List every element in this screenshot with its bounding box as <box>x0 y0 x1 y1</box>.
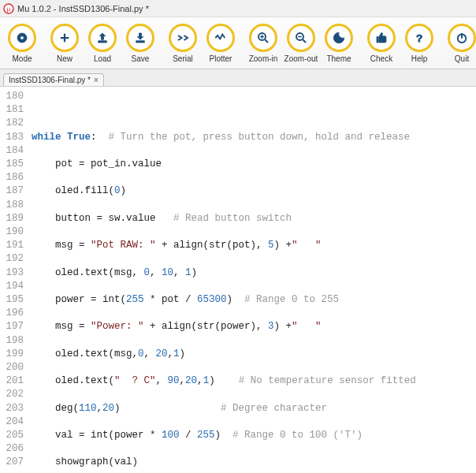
code-line: deg(110,20) # Degree character <box>32 402 476 415</box>
line-number: 189 <box>0 212 24 225</box>
code-line: oled.text(msg, 0, 10, 1) <box>32 266 476 280</box>
zoom-in-icon <box>256 31 270 45</box>
line-number: 190 <box>0 225 24 239</box>
line-number: 182 <box>0 117 24 130</box>
quit-button[interactable]: Quit <box>444 24 476 63</box>
line-number: 199 <box>0 348 24 361</box>
svg-point-3 <box>20 35 24 39</box>
line-number: 203 <box>0 402 24 415</box>
zoom-in-button[interactable]: Zoom-in <box>246 24 281 63</box>
file-tab[interactable]: InstSSD1306-Final.py * × <box>3 73 104 86</box>
power-icon <box>455 31 469 45</box>
load-button[interactable]: Load <box>85 24 120 63</box>
theme-icon <box>332 31 346 45</box>
code-line: showgraph(val) <box>32 456 476 469</box>
line-number: 186 <box>0 171 24 184</box>
download-icon <box>133 31 147 45</box>
upload-icon <box>95 31 110 45</box>
thumbs-up-icon <box>374 31 389 45</box>
theme-button[interactable]: Theme <box>322 24 356 63</box>
titlebar: μ Mu 1.0.2 - InstSSD1306-Final.py * <box>0 0 476 17</box>
code-line <box>32 103 476 117</box>
code-line: msg = "Power: " + align(str(power), 3) +… <box>32 320 476 333</box>
line-number: 205 <box>0 429 24 442</box>
plotter-icon <box>214 31 228 45</box>
zoom-out-button[interactable]: Zoom-out <box>284 24 318 63</box>
mode-icon <box>15 31 29 45</box>
close-icon[interactable]: × <box>94 76 99 84</box>
mu-app-icon: μ <box>3 3 14 14</box>
line-number-gutter: 1801811821831841851861871881891901911921… <box>0 87 28 473</box>
line-number: 197 <box>0 320 24 333</box>
code-line: msg = "Pot RAW: " + align(str(pot), 5) +… <box>32 239 476 252</box>
plus-icon <box>58 31 72 45</box>
line-number: 183 <box>0 131 24 144</box>
line-number: 207 <box>0 456 24 469</box>
help-button[interactable]: ? Help <box>402 24 437 63</box>
svg-text:μ: μ <box>7 6 11 13</box>
line-number: 185 <box>0 158 24 171</box>
window-title: Mu 1.0.2 - InstSSD1306-Final.py * <box>17 4 149 13</box>
line-number: 202 <box>0 388 24 401</box>
code-line: oled.text(" ? C", 90,20,1) # No temperat… <box>32 374 476 388</box>
line-number: 195 <box>0 293 24 307</box>
line-number: 198 <box>0 334 24 348</box>
code-content[interactable]: while True: # Turn the pot, press button… <box>28 87 476 473</box>
new-button[interactable]: New <box>47 24 82 63</box>
code-line: power = int(255 * pot / 65300) # Range 0… <box>32 293 476 307</box>
serial-button[interactable]: Serial <box>165 24 200 63</box>
line-number: 206 <box>0 442 24 456</box>
line-number: 180 <box>0 90 24 103</box>
line-number: 191 <box>0 239 24 252</box>
line-number: 201 <box>0 374 24 388</box>
check-button[interactable]: Check <box>364 24 399 63</box>
line-number: 184 <box>0 144 24 158</box>
code-line: pot = pot_in.value <box>32 158 476 171</box>
code-line: while True: # Turn the pot, press button… <box>32 131 476 144</box>
tab-bar: InstSSD1306-Final.py * × <box>0 69 476 87</box>
plotter-button[interactable]: Plotter <box>203 24 238 63</box>
line-number: 188 <box>0 199 24 212</box>
mode-button[interactable]: Mode <box>5 24 39 63</box>
svg-text:?: ? <box>416 32 422 43</box>
svg-rect-5 <box>136 40 145 42</box>
save-button[interactable]: Save <box>123 24 158 63</box>
line-number: 200 <box>0 361 24 374</box>
code-line: button = sw.value # Read button switch <box>32 212 476 225</box>
line-number: 193 <box>0 266 24 280</box>
editor-area[interactable]: 1801811821831841851861871881891901911921… <box>0 87 476 473</box>
serial-icon <box>176 31 190 45</box>
zoom-out-icon <box>294 31 308 45</box>
line-number: 196 <box>0 307 24 320</box>
toolbar: Mode New Load Save Serial Plotter Z <box>0 17 476 69</box>
line-number: 192 <box>0 252 24 266</box>
code-line: oled.fill(0) <box>32 184 476 198</box>
code-line: oled.text(msg,0, 20,1) <box>32 348 476 361</box>
line-number: 204 <box>0 415 24 429</box>
tab-label: InstSSD1306-Final.py * <box>9 76 91 84</box>
line-number: 194 <box>0 280 24 293</box>
code-line: val = int(power * 100 / 255) # Range 0 t… <box>32 429 476 442</box>
line-number: 181 <box>0 103 24 117</box>
line-number: 187 <box>0 184 24 198</box>
help-icon: ? <box>412 31 426 45</box>
svg-rect-4 <box>99 40 107 42</box>
